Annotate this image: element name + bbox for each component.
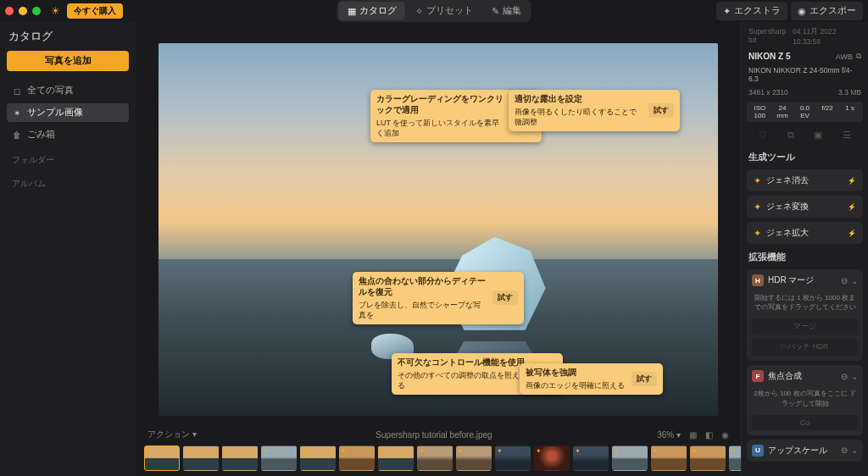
thumbnail[interactable]: ✦ xyxy=(417,446,453,471)
favorite-icon[interactable]: ♡ xyxy=(759,130,767,141)
meta-filename: Supersharp tut xyxy=(748,27,793,46)
sidebar-item-all-photos[interactable]: ◻全ての写真 xyxy=(7,81,129,100)
ext-hdr-merge-slot[interactable]: マージ xyxy=(752,318,858,335)
thumbnail[interactable]: ✦ xyxy=(456,446,492,471)
copy-icon[interactable]: ⧉ xyxy=(787,130,794,141)
camera-icon[interactable]: ▣ xyxy=(814,130,822,141)
trash-icon: 🗑 xyxy=(12,130,22,140)
meta-datetime: 04 11月 2022 10:33:58 xyxy=(793,27,861,46)
edit-badge-icon: ✦ xyxy=(146,447,152,455)
gen-expand-button[interactable]: ✦ジェネ拡大⚡ xyxy=(747,222,863,244)
chevron-down-icon[interactable]: ⌄ xyxy=(851,446,858,455)
meta-camera: NIKON Z 5 xyxy=(748,52,790,61)
image-viewer[interactable]: カラーグレーディングをワンクリックで適用LUT を使って新しいスタイルを素早く追… xyxy=(136,22,741,427)
ext-hdr-merge: HHDR マージ⊖⌄ 開始するには 1 枚から 1000 枚までの写真をドラッグ… xyxy=(747,269,863,361)
sparkle-icon: ✦ xyxy=(754,202,761,213)
photos-icon: ◻ xyxy=(12,86,22,96)
tip-try-button[interactable]: 試す xyxy=(632,372,657,386)
focus-icon: F xyxy=(752,370,764,382)
compare-icon[interactable]: ◧ xyxy=(705,430,713,440)
thumbnail[interactable]: ✦ xyxy=(729,446,741,471)
add-photos-button[interactable]: 写真を追加 xyxy=(7,51,129,71)
thumbnail[interactable]: ✦ xyxy=(534,446,570,471)
sidebar-title: カタログ xyxy=(7,27,129,47)
puzzle-icon: ✦ xyxy=(723,6,731,16)
samples-icon: ✶ xyxy=(12,108,22,118)
thumbnail[interactable]: ✦ xyxy=(183,446,219,471)
thumbnail[interactable]: ✦ xyxy=(573,446,609,471)
thumbnail[interactable]: ✦ xyxy=(339,446,375,471)
thumbnail[interactable]: ✦ xyxy=(690,446,726,471)
current-photo: カラーグレーディングをワンクリックで適用LUT を使って新しいスタイルを素早く追… xyxy=(159,43,718,416)
thumbnail[interactable]: ✦ xyxy=(144,446,180,471)
extras-button[interactable]: ✦エクストラ xyxy=(716,2,787,20)
tip-try-button[interactable]: 試す xyxy=(492,291,518,305)
thumbnail[interactable]: ✦ xyxy=(612,446,648,471)
sidebar-item-trash[interactable]: 🗑ごみ箱 xyxy=(7,125,129,144)
sidebar-item-samples[interactable]: ✶サンプル画像 xyxy=(7,103,129,122)
sparkle-icon: ✦ xyxy=(754,228,761,239)
zoom-window[interactable] xyxy=(32,7,41,15)
sidebar-label-folders: フォルダー xyxy=(7,147,129,168)
tip-subject: 被写体を強調画像のエッジを明確に照える 試す xyxy=(520,363,663,395)
thumbnail[interactable]: ✦ xyxy=(651,446,687,471)
chevron-down-icon[interactable]: ⌄ xyxy=(851,372,858,381)
minimize-window[interactable] xyxy=(19,7,27,15)
preview-toggle-icon[interactable]: ◉ xyxy=(721,430,729,440)
sidebar-label-albums: アルバム xyxy=(7,171,129,191)
ext-focus-stacking: F焦点合成⊖⌄ 2枚から 100 枚の写真をここに ドラッグして開始 Go xyxy=(747,365,863,434)
left-sidebar: カタログ 写真を追加 ◻全ての写真 ✶サンプル画像 🗑ごみ箱 フォルダー アルバ… xyxy=(0,22,136,476)
collapse-icon[interactable]: ⊖ xyxy=(841,372,848,381)
canvas-area: カラーグレーディングをワンクリックで適用LUT を使って新しいスタイルを素早く追… xyxy=(136,22,741,476)
tab-presets[interactable]: ✧プリセット xyxy=(407,2,481,20)
tip-try-button[interactable]: 試す xyxy=(648,103,674,118)
thumbnail[interactable]: ✦ xyxy=(495,446,531,471)
chevron-down-icon[interactable]: ⌄ xyxy=(851,276,858,285)
right-panel: Supersharp tut04 11月 2022 10:33:58 NIKON… xyxy=(741,22,868,476)
meta-wb: AWB xyxy=(836,53,853,61)
thumbnail[interactable]: ✦ xyxy=(222,446,258,471)
meta-lens: NIKON NIKKOR Z 24-50mm f/4-6.3 xyxy=(747,66,863,83)
photo-actions: ♡ ⧉ ▣ ☰ xyxy=(747,126,863,144)
traffic-lights xyxy=(5,7,41,15)
tab-catalog[interactable]: ▦カタログ xyxy=(339,2,405,20)
ext-focus-go-slot[interactable]: Go xyxy=(752,415,858,430)
section-extensions: 拡張機能 xyxy=(747,248,863,265)
mode-switcher: ▦カタログ ✧プリセット ✎編集 xyxy=(337,0,531,22)
export-button[interactable]: ◉エクスポー xyxy=(791,2,863,20)
hdr-icon: H xyxy=(752,274,764,286)
ext-hdr-batch-slot[interactable]: □ バッチ HDR xyxy=(752,339,858,356)
filmstrip: ✦ ✦ ✦ ✦ ✦ ✦ ✦ ✦ ✦ ✦ ✦ ✦ ✦ ✦ ✦ ✦ ✦ xyxy=(136,442,741,476)
thumbnail[interactable]: ✦ xyxy=(261,446,297,471)
canvas-footer: アクション ▾ Supersharp tutorial before.jpeg … xyxy=(136,427,741,442)
ext-upscale: Uアップスケール⊖⌄ xyxy=(747,440,863,462)
meta-filesize: 3.3 MB xyxy=(838,88,861,97)
collapse-icon[interactable]: ⊖ xyxy=(841,276,848,285)
copy-icon[interactable]: ⧉ xyxy=(856,52,861,61)
current-filename: Supersharp tutorial before.jpeg xyxy=(376,430,492,440)
tip-exposure: 適切な露出を設定画像を明るくしたり暗くすることで微調整 試す xyxy=(509,90,680,131)
gen-swap-button[interactable]: ✦ジェネ変換⚡ xyxy=(747,196,863,218)
meta-dimensions: 3461 x 2310 xyxy=(748,88,788,97)
ext-focus-desc: 2枚から 100 枚の写真をここに ドラッグして開始 xyxy=(752,385,858,411)
thumbnail[interactable]: ✦ xyxy=(378,446,414,471)
tab-edit[interactable]: ✎編集 xyxy=(483,2,530,20)
thumbnail[interactable]: ✦ xyxy=(300,446,336,471)
tip-sharpen: 焦点の合わない部分からディテールを復元ブレを除去し、自然でシャープな写真を 試す xyxy=(353,272,524,324)
collapse-icon[interactable]: ⊖ xyxy=(841,446,848,455)
buy-now-button[interactable]: 今すぐ購入 xyxy=(67,3,123,19)
info-icon[interactable]: ☰ xyxy=(843,130,851,141)
sparkle-icon: ✦ xyxy=(754,175,761,186)
catalog-icon: ▦ xyxy=(348,6,356,16)
title-bar: ☀ 今すぐ購入 ▦カタログ ✧プリセット ✎編集 ✦エクストラ ◉エクスポー xyxy=(0,0,868,22)
zoom-level[interactable]: 36% ▾ xyxy=(657,430,681,440)
actions-dropdown[interactable]: アクション ▾ xyxy=(147,429,197,440)
exif-bar: ISO 10024 mm0.0 EVf/221 s xyxy=(747,102,863,122)
close-window[interactable] xyxy=(5,7,14,15)
edit-icon: ✎ xyxy=(492,6,499,16)
app-logo-icon: ☀ xyxy=(51,5,60,17)
layout-grid-icon[interactable]: ▦ xyxy=(689,430,697,440)
section-generative: 生成ツール xyxy=(747,148,863,165)
presets-icon: ✧ xyxy=(415,6,423,16)
gen-erase-button[interactable]: ✦ジェネ消去⚡ xyxy=(747,169,863,191)
